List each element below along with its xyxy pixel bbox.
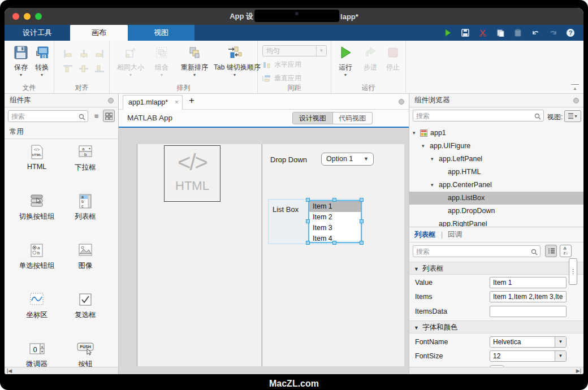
library-grid-view-button[interactable] (103, 110, 115, 122)
listbox-label[interactable]: List Box (273, 205, 299, 214)
collapse-ribbon-button[interactable]: ▴ (571, 84, 579, 91)
redo-icon[interactable] (548, 28, 558, 38)
help-icon[interactable]: ? (565, 28, 576, 38)
same-size-button[interactable]: 相同大小 ▾ (114, 44, 147, 77)
align-top-icon[interactable] (60, 61, 76, 76)
align-left-icon[interactable] (60, 46, 76, 61)
run-button[interactable]: 运行 ▾ (334, 44, 357, 77)
convert-button[interactable]: 转换 ▾ (26, 44, 58, 77)
tree-node-listbox[interactable]: app.ListBox (409, 192, 583, 205)
library-item-checkbox[interactable]: 复选框 (60, 291, 110, 320)
browser-search-input[interactable] (416, 111, 531, 120)
listbox-item-2[interactable]: Item 2 (309, 212, 361, 223)
library-item-dropdown[interactable]: a▾b 下拉框 (60, 144, 110, 172)
tree-node-rightpanel[interactable]: app.RightPanel (409, 218, 583, 227)
section-font-color[interactable]: ▼字体和颜色 (409, 320, 583, 333)
tree-node-app1[interactable]: ▾ app1 (409, 127, 583, 140)
listbox-item-3[interactable]: Item 3 (309, 223, 361, 233)
inspector-tab-callbacks[interactable]: 回调 (448, 228, 462, 242)
close-tab-icon[interactable]: × (175, 96, 179, 109)
tree-node-dropdown[interactable]: app.DropDown (409, 205, 583, 218)
resize-handle-ne[interactable] (360, 198, 364, 202)
tab-canvas[interactable]: 画布 (70, 25, 128, 41)
library-item-button[interactable]: PUSH 按钮 (60, 340, 110, 367)
resize-handle-se[interactable] (360, 241, 364, 245)
library-item-spinner[interactable]: 0▴▾ 微调器 (12, 340, 62, 367)
fontsize-select[interactable]: 12 ▼ (490, 350, 567, 362)
resize-handle-n[interactable] (332, 198, 336, 202)
library-search-input[interactable] (11, 111, 76, 121)
panel-menu-icon[interactable] (108, 98, 114, 103)
library-item-listbox[interactable]: abc 列表框 (60, 193, 110, 222)
tab-design-tools[interactable]: 设计工具 (5, 25, 70, 41)
listbox-item-1[interactable]: Item 1 (309, 201, 361, 212)
view-mode-dropdown[interactable]: ▾ (564, 110, 581, 122)
inspector-tab-listbox[interactable]: 列表框 (414, 228, 436, 242)
new-tab-button[interactable]: + (189, 95, 194, 106)
uifigure-center-panel[interactable] (262, 144, 404, 366)
library-item-radiobuttongroup[interactable]: ab 单选按钮组 (12, 242, 62, 271)
step-button[interactable]: 步进 (360, 44, 381, 72)
doc-panel-menu-icon[interactable] (399, 99, 404, 105)
convert-dropdown-caret[interactable]: ▾ (26, 73, 58, 77)
undo-icon[interactable] (530, 28, 541, 38)
resize-handle-e[interactable] (360, 219, 364, 223)
tree-node-uifigure[interactable]: ▾ app.UIFigure (409, 140, 583, 153)
tree-node-html[interactable]: app.HTML (409, 166, 583, 179)
align-center-icon[interactable] (76, 46, 92, 61)
collapse-left-panel-icon[interactable]: |◀ (7, 367, 12, 374)
document-tab-app1[interactable]: app1.mlapp* × (123, 95, 183, 110)
library-item-togglebuttongroup[interactable]: 切换按钮组 (12, 193, 62, 222)
inspector-search-input[interactable] (416, 246, 528, 256)
design-view-button[interactable]: 设计视图 (293, 112, 332, 124)
sort-az-button[interactable]: Az↓ (560, 245, 572, 257)
listbox-component[interactable]: Item 1 Item 2 Item 3 Item 4 (308, 200, 362, 243)
run-dropdown-caret[interactable]: ▾ (334, 73, 357, 77)
resize-handle-sw[interactable] (306, 241, 310, 245)
resize-handle-w[interactable] (306, 219, 310, 223)
library-item-image[interactable]: 图像 (60, 242, 110, 271)
align-right-icon[interactable] (92, 46, 107, 61)
cut-icon[interactable] (478, 28, 488, 38)
spacing-mode-dropdown[interactable]: 均匀 ▼ (262, 45, 327, 57)
paste-icon[interactable] (513, 28, 523, 38)
dropdown-label[interactable]: Drop Down (270, 155, 307, 164)
items-field[interactable]: Item 1,Item 2,Item 3,Ite (490, 291, 567, 302)
stop-button[interactable]: 停止 (382, 44, 404, 72)
library-list-view-button[interactable]: ≡ (90, 110, 102, 122)
library-item-html[interactable]: </>HTML HTML (12, 144, 62, 171)
run-icon[interactable] (443, 28, 453, 38)
apply-horizontal-button[interactable]: 水平应用 (262, 60, 301, 70)
reorder-button[interactable]: 重新排序 ▾ (176, 44, 213, 77)
library-section-common[interactable]: 常用 (5, 125, 118, 139)
resize-handle-nw[interactable] (306, 198, 310, 202)
value-field[interactable]: Item 1 (490, 277, 567, 288)
close-window-button[interactable] (12, 13, 19, 20)
tab-order-caret[interactable]: ▾ (214, 73, 256, 77)
more-options-button[interactable]: ⋮ (569, 258, 577, 285)
resize-handle-s[interactable] (332, 241, 336, 245)
dropdown-component[interactable]: Option 1 ▼ (321, 153, 374, 166)
tree-node-centerpanel[interactable]: ▾ app.CenterPanel (409, 179, 583, 192)
tab-view[interactable]: 视图 (128, 25, 194, 41)
library-item-axes[interactable]: 坐标区 (12, 291, 62, 320)
itemsdata-field[interactable] (490, 306, 567, 317)
collapse-right-panel-icon[interactable]: ▶| (576, 367, 581, 374)
categorized-view-button[interactable] (545, 245, 557, 257)
copy-icon[interactable] (495, 28, 505, 38)
reorder-caret[interactable]: ▾ (176, 73, 213, 77)
fontname-select[interactable]: Helvetica ▼ (490, 336, 567, 348)
tab-order-button[interactable]: Tab 键切换顺序 ▾ (214, 44, 256, 77)
align-bottom-icon[interactable] (92, 61, 107, 76)
browser-panel-menu-icon[interactable] (573, 98, 579, 103)
tree-node-leftpanel[interactable]: ▾ app.LeftPanel (409, 153, 583, 166)
minimize-window-button[interactable] (24, 13, 31, 20)
section-listbox[interactable]: ▼列表框 (409, 262, 583, 275)
code-view-button[interactable]: 代码视图 (332, 112, 373, 124)
align-middle-icon[interactable] (76, 61, 92, 76)
save-icon[interactable] (460, 28, 470, 38)
html-component[interactable]: </> HTML (164, 145, 220, 202)
group-button[interactable]: 组合 ▾ (149, 44, 174, 77)
zoom-window-button[interactable] (35, 13, 42, 20)
apply-vertical-button[interactable]: 垂直应用 (262, 73, 301, 83)
